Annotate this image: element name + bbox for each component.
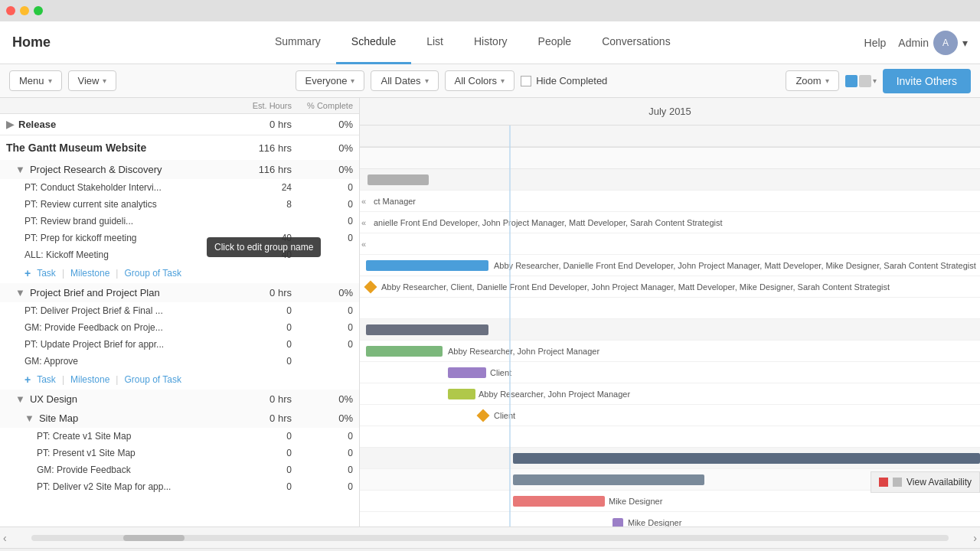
scroll-thumb[interactable] [123, 535, 185, 541]
gantt-row: Abby Researcher, Danielle Front End Deve… [360, 255, 980, 276]
color-swatch[interactable]: ▾ [845, 75, 877, 87]
tab-conversations[interactable]: Conversations [586, 21, 686, 64]
add-task-link[interactable]: Task [37, 374, 56, 385]
task-hours: 0 [230, 356, 292, 367]
subgroup-ux-design[interactable]: ▼ UX Design 0 hrs 0% [0, 390, 359, 409]
admin-link[interactable]: Admin A ▾ [898, 31, 968, 55]
task-name: GM: Provide Feedback on Proje... [24, 322, 230, 333]
task-hours: 40 [230, 233, 292, 243]
hide-completed-checkbox[interactable] [521, 76, 531, 86]
bottombar: Quick links: Videos Help Docs Feedback S… [0, 548, 980, 551]
task-hours: 8 [230, 199, 292, 210]
tab-list[interactable]: List [411, 21, 459, 64]
pct-complete-header: % Complete [292, 101, 353, 110]
close-button[interactable] [6, 6, 15, 15]
minimize-button[interactable] [20, 6, 29, 15]
task-row[interactable]: PT: Create v1 Site Map 0 0 [0, 428, 359, 445]
all-dates-dropdown[interactable]: All Dates ▾ [371, 70, 438, 91]
everyone-dropdown[interactable]: Everyone ▾ [296, 70, 365, 91]
subgroup-hours: 116 hrs [230, 164, 292, 175]
gantt-row [360, 448, 980, 469]
chevron-down-icon: ▾ [825, 77, 829, 85]
gantt-row: « ct Manager [360, 191, 980, 212]
group-museum-website[interactable]: The Gantt Museum Website 116 hrs 0% [0, 135, 359, 160]
avatar[interactable]: A [933, 31, 958, 55]
add-group-link[interactable]: Group of Task [124, 268, 181, 279]
tab-history[interactable]: History [459, 21, 523, 64]
subgroup-name: Project Research & Discovery [30, 164, 162, 175]
subgroup-name: UX Design [30, 393, 77, 405]
tab-summary[interactable]: Summary [260, 21, 336, 64]
task-row[interactable]: PT: Deliver Project Brief & Final ... 0 … [0, 302, 359, 319]
task-pct: 0 [292, 305, 353, 316]
subgroup-sitemap[interactable]: ▼ Site Map 0 hrs 0% [0, 409, 359, 428]
task-name: GM: Approve [24, 356, 230, 367]
group-pct: 0% [292, 142, 353, 154]
arrow-icon: ▼ [15, 287, 25, 298]
subgroup-name: Project Brief and Project Plan [30, 287, 160, 298]
gantt-row: « anielle Front End Developer, John Proj… [360, 212, 980, 233]
task-pct: 0 [292, 431, 353, 442]
avail-dot-gray [893, 478, 902, 487]
maximize-button[interactable] [34, 6, 43, 15]
view-availability-button[interactable]: View Availability [871, 471, 980, 493]
all-colors-dropdown[interactable]: All Colors ▾ [445, 70, 515, 91]
task-name: PT: Conduct Stakeholder Intervi... [24, 182, 230, 193]
help-link[interactable]: Help [864, 37, 887, 49]
toolbar: Menu ▾ View ▾ Everyone ▾ All Dates ▾ All… [0, 64, 980, 98]
group-hours: 0 hrs [230, 119, 292, 130]
add-group-link[interactable]: Group of Task [124, 374, 181, 385]
task-row[interactable]: PT: Review current site analytics 8 0 [0, 196, 359, 213]
hide-completed-toggle[interactable]: Hide Completed [521, 75, 607, 86]
tab-schedule[interactable]: Schedule [336, 21, 411, 64]
subgroup-pct: 0% [292, 287, 353, 298]
scroll-left-button[interactable]: ‹ [0, 529, 10, 547]
task-row[interactable]: PT: Conduct Stakeholder Intervi... 24 0 [0, 179, 359, 196]
invite-others-button[interactable]: Invite Others [883, 69, 971, 93]
column-headers: Est. Hours % Complete [0, 98, 359, 114]
task-hours: 40 [230, 249, 292, 260]
add-task-link[interactable]: Task [37, 268, 56, 279]
task-row[interactable]: GM: Provide Feedback 0 0 [0, 461, 359, 478]
task-row[interactable]: PT: Deliver v2 Site Map for app... 0 0 [0, 478, 359, 495]
add-milestone-link[interactable]: Milestone [70, 268, 109, 279]
task-pct: 0 [292, 182, 353, 193]
subgroup-research[interactable]: ▼ Project Research & Discovery 116 hrs 0… [0, 160, 359, 179]
add-task-row[interactable]: + Task | Milestone | Group of Task [0, 370, 359, 390]
task-row[interactable]: PT: Update Project Brief for appr... 0 0 [0, 336, 359, 353]
scroll-track [31, 535, 949, 541]
view-button[interactable]: View ▾ [68, 70, 117, 91]
task-row[interactable]: PT: Review brand guideli... 0 [0, 213, 359, 230]
task-row[interactable]: ALL: Kickoff Meeting 40 [0, 246, 359, 263]
brand-logo[interactable]: Home [12, 34, 51, 51]
task-pct: 0 [292, 199, 353, 210]
chevron-down-icon: ▾ [873, 77, 877, 85]
add-task-row[interactable]: + Task | Milestone | Group of Task [0, 263, 359, 283]
subgroup-hours: 0 hrs [230, 287, 292, 298]
menu-button[interactable]: Menu ▾ [9, 70, 62, 91]
chevron-down-icon: ▾ [425, 77, 429, 85]
navbar: Home Summary Schedule List History Peopl… [0, 21, 980, 64]
task-pct: 0 [292, 339, 353, 350]
blue-swatch [845, 75, 858, 87]
task-hours: 0 [230, 305, 292, 316]
scroll-area: ‹ › [0, 527, 980, 548]
gantt-row [360, 426, 980, 448]
view-availability-label: View Availability [906, 477, 972, 487]
task-row[interactable]: PT: Present v1 Site Map 0 0 [0, 445, 359, 461]
tab-people[interactable]: People [523, 21, 587, 64]
gantt-row [360, 148, 980, 169]
task-row[interactable]: PT: Prep for kickoff meeting 40 0 [0, 230, 359, 246]
chevron-down-icon: ▾ [501, 77, 505, 85]
scroll-right-button[interactable]: › [970, 529, 980, 547]
task-pct: 0 [292, 322, 353, 333]
task-pct: 0 [292, 481, 353, 492]
gantt-row: Abby Researcher, John Project Manager [360, 341, 980, 362]
task-row[interactable]: GM: Approve 0 [0, 353, 359, 370]
add-milestone-link[interactable]: Milestone [70, 374, 109, 385]
subgroup-project-brief[interactable]: ▼ Project Brief and Project Plan 0 hrs 0… [0, 283, 359, 302]
task-row[interactable]: GM: Provide Feedback on Proje... 0 0 [0, 319, 359, 336]
chevron-down-icon: ▾ [48, 77, 52, 85]
group-release[interactable]: ▶ Release 0 hrs 0% [0, 114, 359, 135]
zoom-button[interactable]: Zoom ▾ [786, 70, 838, 91]
